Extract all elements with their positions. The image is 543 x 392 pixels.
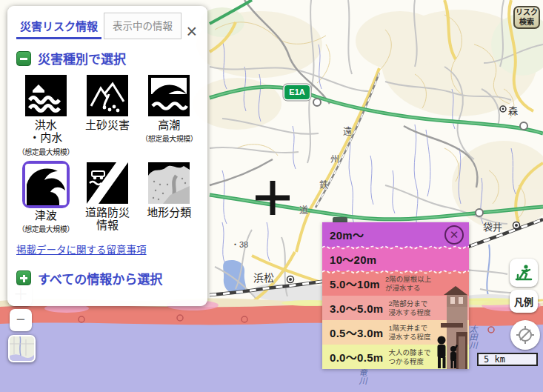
overview-map-button[interactable] bbox=[8, 335, 36, 362]
gps-locate-button[interactable] bbox=[510, 320, 540, 350]
legend-desc: 1階天井まで 浸水する程度 bbox=[388, 324, 430, 342]
tsunami-depth-legend: 20m～ ✕ 10～20m 5.0～10m 2階の屋根以上 が浸水する 3.0～… bbox=[322, 222, 469, 369]
type-label: 土砂災害 bbox=[85, 119, 130, 131]
legend-row: 10～20m bbox=[322, 247, 469, 271]
type-sublabel: （想定最大規模） bbox=[18, 223, 74, 234]
legend-desc: 2階部分まで 浸水する程度 bbox=[388, 299, 430, 317]
people-illustration bbox=[435, 335, 460, 369]
section-disaster-type: 災害種別で選択 bbox=[16, 49, 207, 67]
section-title-disaster: 災害種別で選択 bbox=[38, 49, 126, 67]
map-label-railway-char: 遠 bbox=[343, 124, 352, 137]
landslide-icon bbox=[87, 75, 128, 116]
wave-separator bbox=[322, 245, 469, 250]
legend-range: 5.0～10m bbox=[330, 276, 380, 291]
type-label: 洪水 ・内水 bbox=[29, 119, 62, 144]
map-label-spot-height: ・38 bbox=[231, 238, 248, 250]
type-label: 地形分類 bbox=[147, 206, 191, 219]
type-label: 道路防災 情報 bbox=[85, 206, 130, 232]
scale-text: 5 km bbox=[484, 354, 505, 365]
disaster-type-landform[interactable]: 地形分類 bbox=[139, 162, 200, 234]
flood-icon bbox=[25, 75, 67, 116]
map-label-railway-char: 鉄 bbox=[319, 178, 328, 190]
legend-range: 0.5～3.0m bbox=[330, 325, 383, 340]
disaster-type-flood[interactable]: 洪水 ・内水 （想定最大規模） bbox=[15, 75, 76, 157]
disaster-info-panel: 災害リスク情報 表示中の情報 × 災害種別で選択 洪水 ・内水 （想定最大規模） bbox=[7, 6, 207, 306]
legend-desc: 2階の屋根以上 が浸水する bbox=[385, 275, 431, 293]
map-label-tenryu-river: 竜川 bbox=[356, 368, 368, 385]
expand-plus-icon[interactable] bbox=[16, 270, 31, 285]
expressway-badge: E1A bbox=[284, 85, 310, 99]
hazard-map-app: E1A 森 袋井 浜松 ・38 遠 州 鉄 道 太田川 竜川 災害リスク情報 表… bbox=[0, 0, 543, 392]
section-all-info: すべての情報から選択 bbox=[16, 269, 207, 288]
legend-range: 10～20m bbox=[330, 251, 377, 267]
collapse-minus-icon[interactable] bbox=[16, 51, 31, 66]
close-icon[interactable]: × bbox=[184, 23, 199, 39]
legend-button[interactable]: 凡例 bbox=[510, 290, 538, 313]
panel-tab-bar: 災害リスク情報 表示中の情報 × bbox=[7, 6, 207, 39]
type-sublabel: （想定最大規模） bbox=[141, 133, 197, 144]
tab-displayed-info[interactable]: 表示中の情報 bbox=[104, 13, 181, 39]
section-title-all: すべての情報から選択 bbox=[38, 269, 162, 288]
tab-disaster-risk-info[interactable]: 災害リスク情報 bbox=[16, 15, 101, 39]
disaster-type-grid: 洪水 ・内水 （想定最大規模） 土砂災害 bbox=[15, 75, 200, 234]
evacuation-site-button[interactable] bbox=[510, 259, 538, 287]
legend-range: 0.0～0.5m bbox=[330, 349, 383, 365]
tsunami-icon bbox=[22, 161, 70, 208]
map-label-fukuroi: 袋井 bbox=[483, 219, 502, 233]
disaster-type-landslide[interactable]: 土砂災害 bbox=[76, 75, 138, 157]
legend-range: 3.0～5.0m bbox=[330, 300, 383, 316]
disaster-type-tsunami[interactable]: 津波 （想定最大規模） bbox=[15, 162, 76, 234]
data-notes-link[interactable]: 掲載データに関する留意事項 bbox=[16, 242, 207, 256]
risk-search-button[interactable]: リスク 検索 bbox=[513, 6, 540, 29]
map-label-railway-char: 州 bbox=[330, 152, 339, 165]
legend-desc: 大人の膝まで つかる程度 bbox=[388, 348, 430, 366]
running-person-icon bbox=[514, 263, 533, 282]
map-scale-bar: 5 km bbox=[477, 353, 538, 366]
disaster-type-road[interactable]: 道路防災 情報 bbox=[76, 162, 138, 234]
map-label-railway-char: 道 bbox=[299, 203, 308, 216]
gps-icon bbox=[515, 325, 536, 345]
legend-row: 20m～ ✕ bbox=[322, 222, 469, 247]
road-disaster-icon bbox=[87, 162, 128, 204]
wave-separator bbox=[322, 269, 469, 274]
landform-icon bbox=[148, 162, 190, 204]
legend-range: 20m～ bbox=[330, 227, 364, 242]
type-label: 高潮 bbox=[158, 119, 180, 131]
type-sublabel: （想定最大規模） bbox=[18, 146, 74, 157]
legend-close-icon[interactable]: ✕ bbox=[444, 225, 464, 245]
storm-surge-icon bbox=[148, 75, 190, 116]
map-label-hamamatsu: 浜松 bbox=[253, 270, 274, 285]
disaster-type-storm-surge[interactable]: 高潮 （想定最大規模） bbox=[139, 75, 200, 157]
map-label-mori: 森 bbox=[508, 103, 518, 117]
type-label: 津波 bbox=[35, 209, 57, 222]
zoom-out-button[interactable]: − bbox=[10, 309, 32, 331]
